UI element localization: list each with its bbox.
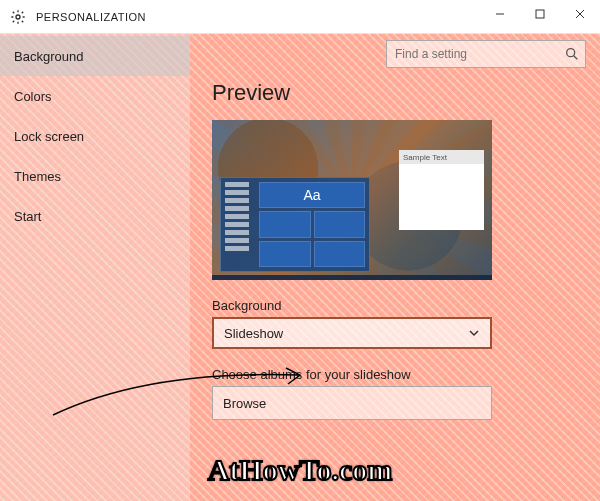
minimize-button[interactable] (480, 0, 520, 28)
search-icon (564, 46, 580, 62)
chevron-down-icon (468, 327, 480, 339)
sidebar-item-label: Start (14, 209, 41, 224)
watermark: AtHowTo.com (208, 453, 393, 487)
albums-label: Choose albums for your slideshow (212, 367, 578, 382)
svg-rect-2 (536, 10, 544, 18)
sidebar-item-label: Themes (14, 169, 61, 184)
sidebar-item-start[interactable]: Start (0, 196, 190, 236)
svg-line-6 (574, 56, 578, 60)
sidebar: Background Colors Lock screen Themes Sta… (0, 34, 190, 501)
preview-window-titlebar: Sample Text (399, 150, 484, 164)
browse-label: Browse (223, 396, 266, 411)
preview-heading: Preview (212, 80, 578, 106)
sidebar-item-label: Colors (14, 89, 52, 104)
sidebar-item-label: Lock screen (14, 129, 84, 144)
background-label: Background (212, 298, 578, 313)
minimize-icon (495, 9, 505, 19)
gear-icon (10, 9, 26, 25)
svg-point-5 (567, 49, 575, 57)
preview-taskbar (212, 275, 492, 280)
preview-thumbnail: Aa Sample Text (212, 120, 492, 280)
background-dropdown[interactable]: Slideshow (212, 317, 492, 349)
sidebar-item-colors[interactable]: Colors (0, 76, 190, 116)
maximize-icon (535, 9, 545, 19)
sidebar-item-label: Background (14, 49, 83, 64)
window-title: PERSONALIZATION (36, 11, 146, 23)
content-pane: Preview Aa Sample Text Background Slides… (190, 34, 600, 501)
sidebar-item-lock-screen[interactable]: Lock screen (0, 116, 190, 156)
sidebar-item-background[interactable]: Background (0, 36, 190, 76)
window-controls (480, 0, 600, 28)
background-dropdown-value: Slideshow (224, 326, 283, 341)
browse-button[interactable]: Browse (212, 386, 492, 420)
settings-window: PERSONALIZATION Background Color (0, 0, 600, 501)
maximize-button[interactable] (520, 0, 560, 28)
preview-tile-aa: Aa (259, 182, 365, 208)
preview-sample-window: Sample Text (399, 150, 484, 230)
title-bar: PERSONALIZATION (0, 0, 600, 34)
close-icon (575, 9, 585, 19)
search-input[interactable] (386, 40, 586, 68)
body: Background Colors Lock screen Themes Sta… (0, 34, 600, 501)
svg-point-0 (16, 15, 20, 19)
preview-start-menu: Aa (220, 177, 370, 272)
sidebar-item-themes[interactable]: Themes (0, 156, 190, 196)
search-container (386, 40, 586, 68)
close-button[interactable] (560, 0, 600, 28)
